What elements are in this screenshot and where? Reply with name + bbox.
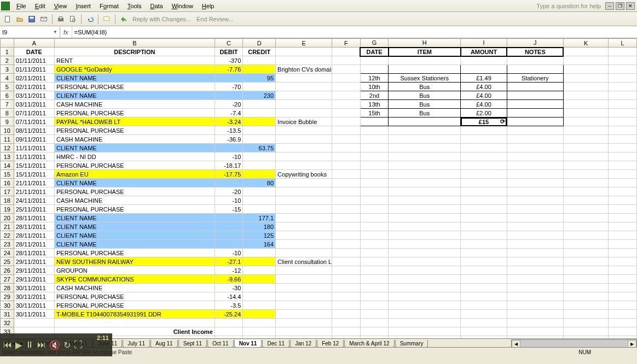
- cell[interactable]: [563, 109, 608, 118]
- cell[interactable]: [609, 266, 637, 275]
- cell[interactable]: [609, 310, 637, 319]
- cell[interactable]: [507, 275, 563, 284]
- cell[interactable]: [276, 284, 332, 292]
- cell[interactable]: [276, 231, 332, 240]
- cell[interactable]: [332, 48, 361, 56]
- cell[interactable]: [332, 249, 361, 257]
- row-header[interactable]: 5: [1, 83, 14, 91]
- cell[interactable]: [276, 126, 332, 135]
- cell[interactable]: [507, 109, 563, 118]
- cell[interactable]: Copywriting books: [276, 170, 332, 179]
- cell[interactable]: [360, 65, 389, 74]
- cell[interactable]: [609, 319, 637, 327]
- cell[interactable]: [609, 74, 637, 83]
- menu-help[interactable]: Help: [198, 2, 219, 10]
- cell[interactable]: -9.66: [215, 275, 243, 284]
- cell[interactable]: [507, 284, 563, 292]
- cell[interactable]: [461, 56, 507, 65]
- cell[interactable]: [609, 301, 637, 310]
- cell[interactable]: [360, 135, 389, 144]
- cell[interactable]: [215, 231, 243, 240]
- cell[interactable]: NEW SOUTHERN RAILWAY: [54, 257, 215, 266]
- cell[interactable]: [563, 179, 608, 187]
- row-header[interactable]: 2: [1, 56, 14, 65]
- cell[interactable]: CLIENT NAME: [54, 240, 215, 249]
- cell[interactable]: [563, 83, 608, 91]
- cell[interactable]: [389, 284, 461, 292]
- row-header[interactable]: 9: [1, 118, 14, 126]
- cell[interactable]: [243, 135, 276, 144]
- cell[interactable]: [332, 205, 361, 214]
- cell[interactable]: [360, 126, 389, 135]
- cell[interactable]: [243, 301, 276, 310]
- cell[interactable]: [507, 310, 563, 319]
- cell[interactable]: [507, 170, 563, 179]
- cell[interactable]: CLIENT NAME: [54, 74, 215, 83]
- cell[interactable]: 03/11/2011: [14, 100, 54, 109]
- cell[interactable]: [215, 179, 243, 187]
- cell[interactable]: 01/11/2011: [14, 65, 54, 74]
- cell[interactable]: [609, 170, 637, 179]
- cell[interactable]: [276, 144, 332, 152]
- cell[interactable]: 28/11/2011: [14, 222, 54, 231]
- cell[interactable]: [332, 196, 361, 205]
- cell[interactable]: [507, 91, 563, 100]
- fx-icon[interactable]: fx: [60, 26, 72, 38]
- row-header[interactable]: 13: [1, 152, 14, 161]
- cell[interactable]: £1.49: [461, 74, 507, 83]
- row-header[interactable]: 7: [1, 100, 14, 109]
- cell[interactable]: AMOUNT: [461, 48, 507, 56]
- cell[interactable]: [332, 231, 361, 240]
- cell[interactable]: [276, 100, 332, 109]
- cell[interactable]: [332, 65, 361, 74]
- sheet-tab[interactable]: July 11: [123, 340, 150, 348]
- media-loop-icon[interactable]: ↻: [63, 340, 71, 350]
- cell[interactable]: [243, 170, 276, 179]
- cell[interactable]: [243, 266, 276, 275]
- cell[interactable]: [507, 292, 563, 301]
- cell[interactable]: 08/11/2011: [14, 126, 54, 135]
- cell[interactable]: 11/11/2011: [14, 152, 54, 161]
- cell[interactable]: [563, 48, 608, 56]
- cell[interactable]: CASH MACHINE: [54, 284, 215, 292]
- cell[interactable]: [360, 161, 389, 170]
- cell[interactable]: 95: [243, 74, 276, 83]
- cell[interactable]: [461, 152, 507, 161]
- cell[interactable]: [332, 100, 361, 109]
- cell[interactable]: [461, 266, 507, 275]
- cell[interactable]: [461, 170, 507, 179]
- cell[interactable]: [360, 266, 389, 275]
- cell[interactable]: [276, 301, 332, 310]
- restore-button[interactable]: ❐: [616, 2, 624, 10]
- cell[interactable]: PAYPAL *HALOWEB LT: [54, 118, 215, 126]
- cell[interactable]: [243, 65, 276, 74]
- cell[interactable]: CASH MACHINE: [54, 135, 215, 144]
- cell[interactable]: 10th: [360, 83, 389, 91]
- col-header[interactable]: J: [507, 39, 563, 48]
- cell[interactable]: 30/11/2011: [14, 292, 54, 301]
- print-icon[interactable]: [55, 14, 66, 25]
- cell[interactable]: 30/11/2011: [14, 310, 54, 319]
- cell[interactable]: Bus: [389, 109, 461, 118]
- cell[interactable]: [215, 91, 243, 100]
- cell[interactable]: [243, 327, 276, 336]
- sheet-tab[interactable]: Jan 12: [290, 340, 316, 348]
- cell[interactable]: [360, 240, 389, 249]
- sheet-tab[interactable]: Dec 11: [262, 340, 289, 348]
- cell[interactable]: [563, 257, 608, 266]
- cell[interactable]: 29/11/2011: [14, 257, 54, 266]
- cell[interactable]: PERSONAL PURCHASE: [54, 161, 215, 170]
- cell[interactable]: -20: [215, 100, 243, 109]
- cell[interactable]: [276, 48, 332, 56]
- cell[interactable]: [563, 100, 608, 109]
- cell[interactable]: [389, 135, 461, 144]
- col-header[interactable]: E: [276, 39, 332, 48]
- cell[interactable]: 125: [243, 231, 276, 240]
- cell[interactable]: CLIENT NAME: [54, 91, 215, 100]
- cell[interactable]: 25/11/2011: [14, 205, 54, 214]
- cell[interactable]: 28/11/2011: [14, 231, 54, 240]
- cell[interactable]: [461, 292, 507, 301]
- cell[interactable]: [389, 65, 461, 74]
- row-header[interactable]: 8: [1, 109, 14, 118]
- cell[interactable]: [360, 187, 389, 196]
